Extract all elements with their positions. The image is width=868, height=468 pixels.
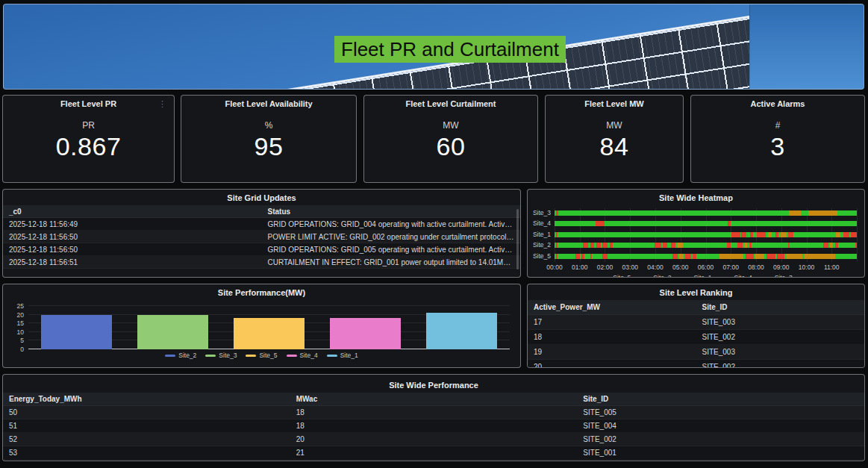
column-header[interactable]: Active_Power_MW — [528, 303, 696, 311]
legend-item[interactable]: Site_3 — [205, 352, 237, 359]
power-cell: 18 — [528, 333, 696, 341]
column-header[interactable]: Energy_Today_MWh — [3, 395, 290, 403]
heatmap-event-segment — [741, 232, 746, 237]
panel-menu-icon[interactable]: ⋮ — [158, 100, 166, 107]
heatmap-event-segment — [602, 254, 608, 259]
column-header[interactable]: Status — [262, 208, 521, 216]
heatmap-event-segment — [750, 232, 753, 237]
bar-Site_5[interactable] — [234, 318, 305, 349]
site-id-cell: SITE_003 — [696, 348, 865, 356]
panel-title[interactable]: Fleet Level MW — [546, 96, 683, 111]
mwac-cell: 20 — [290, 435, 578, 443]
heatmap-event-segment — [744, 243, 747, 248]
heatmap-row-label: Site_1 — [533, 231, 551, 238]
mwac-cell: 21 — [290, 449, 578, 457]
column-header[interactable]: _c0 — [3, 208, 262, 216]
x-axis-tick-label: 05:00 — [672, 263, 688, 271]
status-cell: CURTAILMENT IN EFFECT: GRID_001 power ou… — [262, 258, 521, 266]
heatmap-event-segment — [737, 243, 743, 248]
panel-title[interactable]: Fleet Level Curtailment — [364, 96, 537, 111]
x-axis-tick-label: 03:00 — [622, 263, 638, 271]
heatmap-event-segment — [590, 243, 594, 248]
heatmap-row-label: Site_5 — [533, 252, 551, 260]
heatmap-row-label: Site_4 — [533, 219, 551, 227]
legend-color-dash — [205, 355, 216, 357]
status-cell: GRID OPERATIONS: GRID_004 operating with… — [262, 220, 521, 228]
legend-color-dash — [327, 355, 337, 357]
panel-title[interactable]: Site Performance(MW) — [3, 284, 520, 300]
column-header[interactable]: Site_ID — [696, 303, 865, 311]
table-row: 2025-12-18 11:56:50 GRID OPERATIONS: GRI… — [3, 243, 520, 256]
legend-item[interactable]: Site_2 — [640, 274, 671, 278]
heatmap-event-segment — [755, 254, 764, 259]
heatmap-event-segment — [672, 254, 678, 259]
panel-title[interactable]: Site Wide Heatmap — [528, 190, 864, 205]
legend-label: Site_3 — [219, 352, 237, 359]
heatmap-event-segment — [757, 232, 766, 237]
heatmap-event-segment — [727, 243, 731, 248]
legend-item[interactable]: Site_1 — [680, 274, 711, 278]
legend-label: Site_4 — [734, 274, 752, 278]
heatmap-event-segment — [677, 243, 683, 248]
table-scrollbar[interactable] — [516, 209, 519, 269]
legend-label: Site_1 — [340, 352, 358, 359]
heatmap-event-segment — [768, 232, 772, 237]
legend-item[interactable]: Site_5 — [246, 352, 277, 359]
heatmap-event-segment — [602, 243, 608, 248]
heatmap-event-segment — [808, 210, 837, 216]
bar-Site_4[interactable] — [330, 318, 401, 349]
bar-Site_3[interactable] — [137, 315, 208, 349]
timestamp-cell: 2025-12-18 11:56:50 — [3, 233, 262, 241]
heatmap-event-segment — [788, 243, 790, 248]
table-row: 53 21 SITE_001 — [3, 446, 864, 460]
heatmap-event-segment — [789, 210, 801, 216]
power-cell: 20 — [528, 363, 696, 368]
energy-cell: 52 — [3, 435, 290, 443]
legend-item[interactable]: Site_5 — [599, 274, 631, 278]
legend-item[interactable]: Site_1 — [327, 352, 358, 359]
kpi-unit: PR — [3, 120, 174, 131]
x-axis-tick-label: 08:00 — [748, 263, 764, 271]
bar-Site_1[interactable] — [426, 313, 497, 349]
kpi-panel-availability: Fleet Level Availability % 95 — [181, 95, 357, 183]
sky-image — [749, 4, 864, 89]
heatmap-event-segment — [719, 254, 743, 259]
heatmap-event-segment — [777, 254, 784, 259]
panel-title[interactable]: Site Grid Updates — [3, 190, 520, 205]
column-header[interactable]: MWac — [290, 395, 578, 403]
heatmap-event-segment — [786, 254, 802, 259]
heatmap-row-bar — [555, 210, 857, 216]
legend-label: Site_1 — [693, 274, 711, 278]
x-axis-tick-label: 11:00 — [824, 263, 840, 271]
column-header[interactable]: Site_ID — [577, 395, 864, 403]
bar-Site_2[interactable] — [41, 315, 112, 349]
table-row: 2025-12-18 11:56:49 GRID OPERATIONS: GRI… — [3, 218, 520, 231]
legend-item[interactable]: Site_4 — [721, 274, 752, 278]
legend-item[interactable]: Site_3 — [761, 274, 793, 278]
site-id-cell: SITE_001 — [577, 449, 864, 457]
panel-title[interactable]: Site Level Ranking — [528, 284, 864, 300]
table-row: 2025-12-18 11:56:50 POWER LIMIT ACTIVE: … — [3, 231, 520, 243]
legend-item[interactable]: Site_4 — [287, 352, 318, 359]
kpi-value: 60 — [364, 132, 537, 161]
site-id-cell: SITE_004 — [577, 422, 864, 430]
x-axis-tick-label: 10:00 — [799, 263, 814, 271]
legend-color-dash — [761, 277, 772, 278]
legend-color-dash — [680, 277, 690, 278]
panel-title[interactable]: Site Wide Performance — [3, 375, 864, 393]
legend-item[interactable]: Site_2 — [165, 352, 196, 359]
y-axis-tick-label: 20 — [17, 311, 24, 319]
heatmap-event-segment — [843, 232, 849, 237]
heatmap-event-segment — [766, 254, 775, 259]
mwac-cell: 18 — [290, 408, 578, 416]
header-image-panel: Fleet PR and Curtailment — [3, 4, 864, 90]
heatmap-row-label: Site_2 — [533, 241, 551, 249]
panel-title[interactable]: Fleet Level Availability — [181, 96, 356, 111]
legend-label: Site_5 — [259, 352, 277, 359]
x-axis-tick-label: 00:00 — [546, 263, 562, 271]
panel-title[interactable]: Fleet Level PR — [3, 96, 174, 111]
legend-label: Site_3 — [775, 274, 793, 278]
table-row: 51 18 SITE_004 — [3, 419, 864, 433]
panel-title[interactable]: Active Alarms — [691, 96, 864, 111]
legend-color-dash — [246, 355, 256, 357]
